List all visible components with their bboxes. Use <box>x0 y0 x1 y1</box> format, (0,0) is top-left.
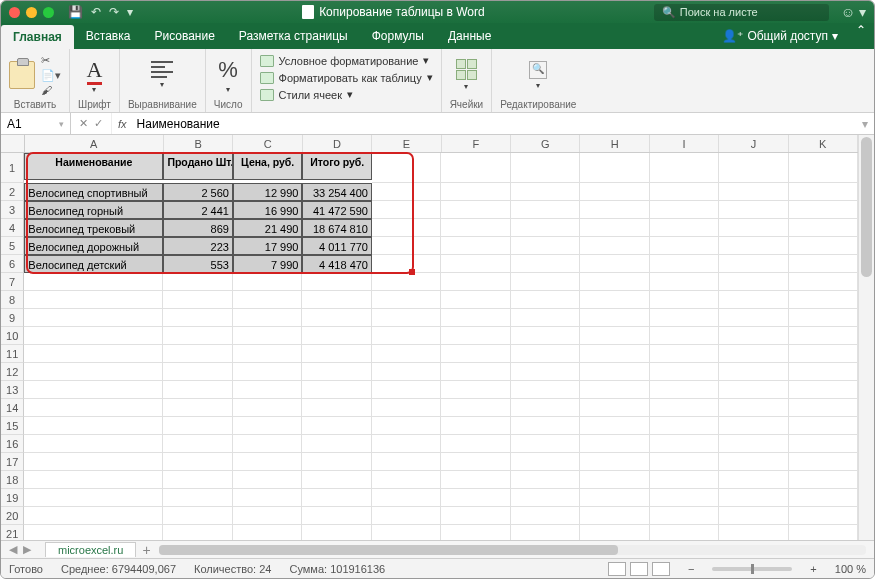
cell[interactable] <box>163 345 232 363</box>
cell[interactable] <box>441 309 510 327</box>
cell[interactable] <box>511 399 580 417</box>
cell[interactable] <box>650 345 719 363</box>
cell[interactable] <box>302 291 371 309</box>
cell[interactable] <box>24 327 163 345</box>
cell[interactable] <box>511 435 580 453</box>
cell[interactable]: Велосипед трековый <box>24 219 163 237</box>
scrollbar-thumb[interactable] <box>861 137 872 277</box>
cell[interactable] <box>163 381 232 399</box>
col-header-h[interactable]: H <box>580 135 649 152</box>
cell[interactable] <box>233 381 302 399</box>
cell[interactable] <box>24 471 163 489</box>
row-header[interactable]: 1 <box>1 153 24 183</box>
cell[interactable] <box>441 381 510 399</box>
cell[interactable] <box>233 435 302 453</box>
cell[interactable] <box>650 435 719 453</box>
cell[interactable] <box>441 237 510 255</box>
cell[interactable] <box>650 363 719 381</box>
cell[interactable] <box>789 219 858 237</box>
cell[interactable] <box>511 183 580 201</box>
row-header[interactable]: 21 <box>1 525 24 540</box>
cell[interactable] <box>302 417 371 435</box>
cell[interactable] <box>441 453 510 471</box>
cell[interactable] <box>163 399 232 417</box>
cell[interactable]: 4 418 470 <box>302 255 372 273</box>
cell[interactable] <box>372 399 441 417</box>
cell[interactable] <box>511 507 580 525</box>
cell[interactable] <box>511 201 580 219</box>
cell[interactable]: 16 990 <box>233 201 303 219</box>
cell[interactable] <box>719 201 788 219</box>
view-normal-button[interactable] <box>608 562 626 576</box>
cell[interactable] <box>580 489 649 507</box>
number-format-button[interactable]: %▾ <box>218 57 238 94</box>
cell[interactable] <box>650 399 719 417</box>
cell[interactable]: Продано Шт. <box>163 153 233 180</box>
search-input[interactable]: 🔍 Поиск на листе <box>654 4 829 21</box>
cell[interactable]: 18 674 810 <box>302 219 372 237</box>
cell[interactable] <box>719 489 788 507</box>
cell[interactable] <box>372 471 441 489</box>
view-page-break-button[interactable] <box>652 562 670 576</box>
cell[interactable] <box>24 417 163 435</box>
cell[interactable]: 41 472 590 <box>302 201 372 219</box>
cell[interactable] <box>372 273 441 291</box>
font-button[interactable]: A▾ <box>87 57 103 94</box>
cell[interactable] <box>789 345 858 363</box>
cell[interactable] <box>789 507 858 525</box>
col-header-d[interactable]: D <box>303 135 372 152</box>
cell[interactable] <box>302 381 371 399</box>
cell[interactable] <box>650 183 719 201</box>
cell[interactable]: 553 <box>163 255 233 273</box>
cell[interactable] <box>650 507 719 525</box>
editing-button[interactable]: ▾ <box>529 61 547 90</box>
cell[interactable] <box>650 255 719 273</box>
cell[interactable] <box>372 183 441 201</box>
cell[interactable] <box>372 153 441 183</box>
cell[interactable] <box>650 273 719 291</box>
cell[interactable] <box>719 327 788 345</box>
cell[interactable] <box>650 453 719 471</box>
cell[interactable]: Велосипед горный <box>24 201 163 219</box>
tab-home[interactable]: Главная <box>1 25 74 49</box>
cell[interactable] <box>441 153 510 183</box>
cell[interactable] <box>441 525 510 540</box>
col-header-g[interactable]: G <box>511 135 580 152</box>
cells-button[interactable]: ▾ <box>456 59 477 91</box>
sheet-nav-next-icon[interactable]: ▶ <box>23 543 31 556</box>
cell[interactable] <box>302 525 371 540</box>
fx-label[interactable]: fx <box>112 118 133 130</box>
cell[interactable] <box>789 453 858 471</box>
cell[interactable] <box>24 363 163 381</box>
row-header[interactable]: 20 <box>1 507 24 525</box>
cell[interactable]: Велосипед детский <box>24 255 163 273</box>
cell[interactable] <box>24 291 163 309</box>
cell[interactable] <box>650 309 719 327</box>
cell[interactable] <box>650 471 719 489</box>
cell[interactable] <box>372 525 441 540</box>
cell[interactable] <box>580 507 649 525</box>
cell[interactable] <box>789 291 858 309</box>
cell[interactable] <box>24 525 163 540</box>
cell[interactable] <box>302 273 371 291</box>
cell[interactable] <box>163 291 232 309</box>
cell[interactable] <box>372 381 441 399</box>
cell[interactable] <box>580 291 649 309</box>
cell[interactable]: Велосипед спортивный <box>24 183 163 201</box>
cell[interactable] <box>511 525 580 540</box>
cell[interactable] <box>719 507 788 525</box>
cell[interactable] <box>719 273 788 291</box>
cell[interactable] <box>650 489 719 507</box>
cell[interactable] <box>372 219 441 237</box>
cell[interactable] <box>789 417 858 435</box>
cell[interactable] <box>302 435 371 453</box>
cell[interactable] <box>580 435 649 453</box>
cell[interactable] <box>580 153 649 183</box>
cell[interactable] <box>719 183 788 201</box>
cell[interactable] <box>719 363 788 381</box>
cell[interactable] <box>441 291 510 309</box>
cell[interactable]: 7 990 <box>233 255 303 273</box>
cell[interactable] <box>24 489 163 507</box>
cell[interactable] <box>511 273 580 291</box>
cell[interactable] <box>372 417 441 435</box>
